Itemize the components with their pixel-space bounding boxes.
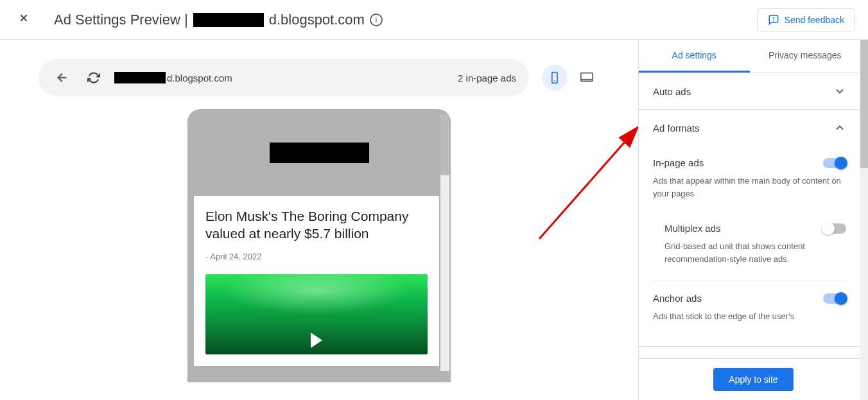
format-inpage: In-page ads Ads that appear within the m…	[653, 146, 846, 211]
smartphone-icon	[548, 71, 561, 84]
preview-article: Elon Musk's The Boring Company valued at…	[194, 196, 439, 366]
sidebar-footer: Apply to site	[639, 358, 868, 400]
format-inpage-name: In-page ads	[653, 157, 704, 168]
toggle-multiplex-ads[interactable]	[823, 223, 846, 234]
tab-privacy-messages[interactable]: Privacy messages	[750, 40, 861, 73]
redacted-text	[193, 13, 264, 27]
format-anchor-desc: Ads that stick to the edge of the user's	[653, 310, 846, 323]
format-anchor: Anchor ads Ads that stick to the edge of…	[653, 281, 846, 335]
apply-to-site-button[interactable]: Apply to site	[713, 368, 793, 391]
send-feedback-button[interactable]: Send feedback	[757, 8, 855, 31]
device-toggle-group	[542, 65, 600, 91]
arrow-left-icon	[55, 71, 69, 85]
mobile-preview-frame: Elon Musk's The Boring Company valued at…	[187, 109, 451, 382]
ad-count-label: 2 in-page ads	[458, 73, 516, 83]
toggle-anchor-ads[interactable]	[823, 293, 846, 304]
feedback-label: Send feedback	[785, 15, 844, 25]
reload-icon	[87, 71, 100, 84]
preview-area: d.blogspot.com 2 in-page ads Elon M	[0, 40, 638, 400]
play-icon	[311, 333, 322, 348]
annotation-arrow	[533, 123, 638, 245]
format-multiplex-desc: Grid-based ad unit that shows content re…	[664, 240, 846, 265]
format-multiplex-name: Multiplex ads	[664, 223, 721, 234]
main-area: d.blogspot.com 2 in-page ads Elon M	[0, 40, 868, 400]
info-icon[interactable]: i	[370, 13, 383, 26]
page-header: Ad Settings Preview | d.blogspot.com i S…	[0, 0, 868, 40]
ad-formats-title: Ad formats	[653, 123, 700, 134]
preview-scrollbar[interactable]	[440, 114, 449, 371]
redacted-text	[114, 72, 166, 83]
url-display: d.blogspot.com	[114, 72, 232, 83]
chevron-down-icon	[833, 85, 846, 98]
chevron-up-icon	[833, 121, 846, 134]
ad-formats-body: In-page ads Ads that appear within the m…	[639, 146, 860, 346]
format-inpage-desc: Ads that appear within the main body of …	[653, 175, 846, 200]
sidebar-scrollbar[interactable]	[860, 40, 868, 400]
format-multiplex: Multiplex ads Grid-based ad unit that sh…	[653, 211, 846, 277]
section-auto-ads: Auto ads	[639, 73, 860, 110]
tab-ad-settings[interactable]: Ad settings	[639, 40, 750, 73]
desktop-icon	[580, 71, 594, 85]
settings-sidebar: Ad settings Privacy messages Auto ads Ad…	[638, 40, 868, 400]
toggle-inpage-ads[interactable]	[823, 158, 846, 168]
section-ad-formats: Ad formats In-page ads Ads that appear w…	[639, 110, 860, 347]
preview-site-header	[187, 109, 451, 196]
article-date: - April 24, 2022	[205, 252, 428, 261]
title-prefix: Ad Settings Preview |	[54, 12, 188, 28]
url-bar: d.blogspot.com 2 in-page ads	[39, 59, 529, 96]
title-suffix: d.blogspot.com	[269, 12, 365, 28]
article-title: Elon Musk's The Boring Company valued at…	[205, 207, 428, 243]
close-icon	[18, 12, 30, 24]
redacted-text	[270, 143, 369, 163]
feedback-icon	[768, 14, 779, 26]
svg-line-7	[539, 130, 636, 239]
desktop-view-button[interactable]	[574, 65, 600, 91]
auto-ads-toggle-header[interactable]: Auto ads	[639, 73, 860, 109]
page-title: Ad Settings Preview | d.blogspot.com i	[54, 12, 383, 28]
sidebar-tabs: Ad settings Privacy messages	[639, 40, 860, 73]
url-suffix: d.blogspot.com	[167, 73, 232, 83]
article-video-thumb[interactable]	[205, 274, 428, 354]
format-anchor-name: Anchor ads	[653, 293, 702, 304]
close-button[interactable]	[13, 7, 35, 32]
ad-formats-toggle-header[interactable]: Ad formats	[639, 110, 860, 146]
svg-point-1	[773, 21, 774, 21]
reload-button[interactable]	[83, 67, 104, 88]
auto-ads-title: Auto ads	[653, 86, 691, 97]
back-button[interactable]	[51, 67, 73, 89]
mobile-view-button[interactable]	[542, 65, 568, 91]
